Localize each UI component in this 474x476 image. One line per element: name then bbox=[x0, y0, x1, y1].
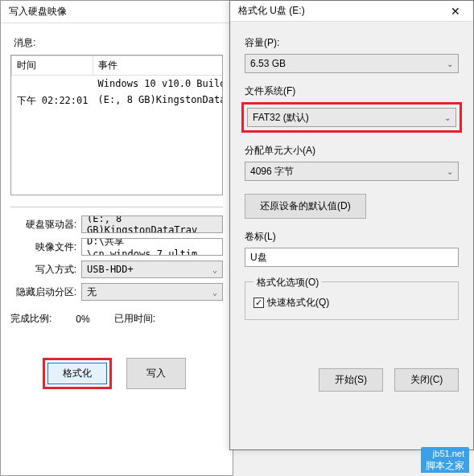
method-dropdown[interactable]: USB-HDD+ ⌄ bbox=[81, 261, 223, 278]
highlight-filesystem: FAT32 (默认) ⌄ bbox=[241, 102, 462, 133]
chevron-down-icon: ⌄ bbox=[447, 60, 453, 68]
quick-format-checkbox[interactable]: ✓ 快速格式化(Q) bbox=[253, 296, 450, 310]
write-window-titlebar[interactable]: 写入硬盘映像 bbox=[1, 1, 233, 23]
volume-input[interactable]: U盘 bbox=[245, 248, 459, 267]
close-dialog-button[interactable]: 关闭(C) bbox=[394, 368, 459, 392]
chevron-down-icon: ⌄ bbox=[212, 288, 217, 297]
filesystem-dropdown[interactable]: FAT32 (默认) ⌄ bbox=[247, 108, 456, 127]
progress-label: 完成比例: bbox=[10, 313, 52, 324]
drive-label: 硬盘驱动器: bbox=[10, 218, 81, 232]
start-button[interactable]: 开始(S) bbox=[319, 368, 383, 392]
drive-dropdown[interactable]: (E:, 8 GB)KingstonDataTrav bbox=[81, 215, 223, 233]
write-window-title: 写入硬盘映像 bbox=[9, 6, 67, 17]
filesystem-label: 文件系统(F) bbox=[245, 84, 459, 98]
format-button[interactable]: 格式化 bbox=[47, 363, 107, 384]
capacity-dropdown[interactable]: 6.53 GB ⌄ bbox=[245, 54, 459, 73]
chevron-down-icon: ⌄ bbox=[212, 265, 217, 274]
format-options-legend: 格式化选项(O) bbox=[253, 276, 322, 289]
table-row[interactable]: 下午 02:22:01 (E:, 8 GB)KingstonDataTrav bbox=[12, 92, 224, 110]
volume-label: 卷标(L) bbox=[245, 230, 459, 244]
image-label: 映像文件: bbox=[10, 240, 81, 254]
col-event[interactable]: 事件 bbox=[93, 56, 223, 76]
format-titlebar[interactable]: 格式化 U盘 (E:) ✕ bbox=[230, 1, 473, 22]
hidden-dropdown[interactable]: 无 ⌄ bbox=[81, 283, 223, 301]
info-label: 消息: bbox=[14, 36, 223, 50]
progress-value: 0% bbox=[76, 314, 89, 325]
write-button[interactable]: 写入 bbox=[126, 358, 186, 389]
chevron-down-icon: ⌄ bbox=[447, 167, 453, 176]
format-title: 格式化 U盘 (E:) bbox=[238, 4, 305, 18]
capacity-label: 容量(P): bbox=[245, 36, 459, 50]
col-time[interactable]: 时间 bbox=[12, 56, 93, 76]
close-button[interactable]: ✕ bbox=[438, 1, 473, 22]
restore-defaults-button[interactable]: 还原设备的默认值(D) bbox=[245, 194, 366, 219]
write-disk-image-window: 写入硬盘映像 消息: 时间 事件 Windows 10 v10.0 Build … bbox=[0, 0, 233, 476]
info-box: 时间 事件 Windows 10 v10.0 Build 143 下午 02:2… bbox=[10, 55, 223, 195]
divider bbox=[10, 207, 223, 207]
image-field[interactable]: D:\共享\cn_windows_7_ultim bbox=[81, 238, 223, 256]
checkbox-checked-icon: ✓ bbox=[253, 298, 264, 308]
alloc-label: 分配单元大小(A) bbox=[245, 144, 459, 158]
chevron-down-icon: ⌄ bbox=[444, 113, 451, 122]
quick-format-label: 快速格式化(Q) bbox=[267, 296, 329, 310]
table-row[interactable]: Windows 10 v10.0 Build 143 bbox=[12, 76, 224, 92]
close-icon: ✕ bbox=[451, 5, 460, 18]
method-label: 写入方式: bbox=[10, 263, 81, 277]
alloc-dropdown[interactable]: 4096 字节 ⌄ bbox=[245, 162, 459, 181]
watermark: jb51.net 脚本之家 bbox=[421, 447, 469, 473]
highlight-format: 格式化 bbox=[43, 358, 112, 389]
hidden-label: 隐藏启动分区: bbox=[10, 285, 81, 299]
format-dialog: 格式化 U盘 (E:) ✕ 容量(P): 6.53 GB ⌄ 文件系统(F) F… bbox=[229, 0, 474, 450]
format-options-group: 格式化选项(O) ✓ 快速格式化(Q) bbox=[245, 281, 459, 320]
elapsed-label: 已用时间: bbox=[114, 313, 155, 324]
